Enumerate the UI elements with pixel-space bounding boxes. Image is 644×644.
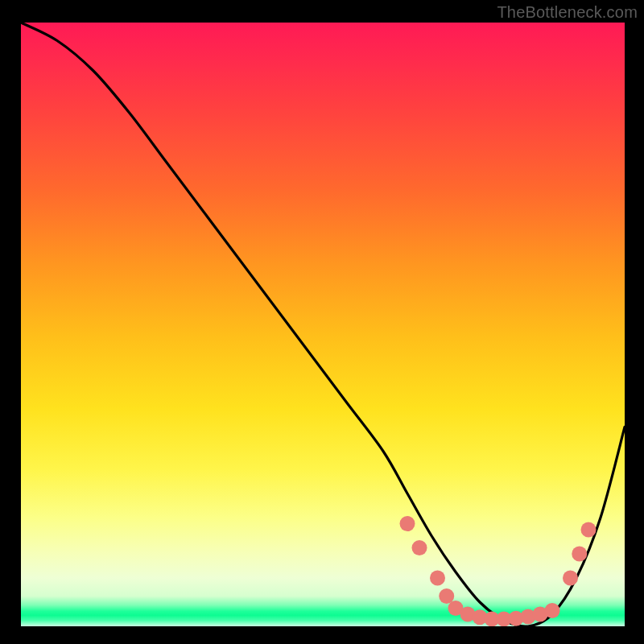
plot-area bbox=[21, 23, 625, 626]
chart-frame: TheBottleneck.com bbox=[0, 0, 644, 644]
bottleneck-curve bbox=[21, 23, 625, 626]
marker-dot bbox=[439, 588, 454, 604]
marker-dot bbox=[572, 547, 587, 562]
marker-dot bbox=[412, 540, 427, 555]
marker-dot bbox=[545, 603, 560, 618]
marker-dot bbox=[581, 522, 597, 538]
attribution-text: TheBottleneck.com bbox=[497, 3, 638, 22]
marker-dot bbox=[563, 571, 578, 586]
marker-dot bbox=[430, 571, 445, 586]
plot-svg bbox=[21, 23, 625, 626]
marker-dot bbox=[400, 516, 415, 531]
